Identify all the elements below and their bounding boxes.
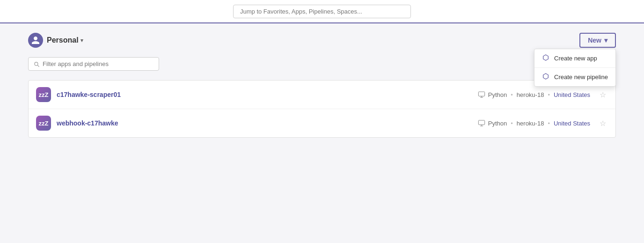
app-right-section: Python • heroku-18 • United States ☆	[478, 118, 608, 129]
separator-2: •	[548, 91, 550, 98]
user-dropdown-chevron: ▾	[80, 37, 83, 44]
separator-1: •	[511, 120, 513, 127]
app-region[interactable]: United States	[554, 91, 590, 98]
app-meta: Python	[478, 91, 507, 98]
user-label-text: Personal	[47, 36, 79, 44]
app-right-section: Python • heroku-18 • United States ☆	[478, 89, 608, 100]
user-icon	[31, 36, 40, 45]
user-avatar	[28, 33, 43, 48]
filter-input-wrapper[interactable]	[28, 57, 159, 71]
personal-label: Personal ▾	[47, 36, 83, 44]
separator-1: •	[511, 91, 513, 98]
app-meta: Python	[478, 119, 507, 127]
create-app-item[interactable]: Create new app	[534, 49, 615, 68]
create-pipeline-item[interactable]: Create new pipeline	[534, 68, 615, 86]
header-row: Personal ▾ New ▾ Create new app	[28, 33, 616, 48]
app-avatar: zzZ	[36, 87, 51, 102]
global-search-box[interactable]	[233, 5, 411, 18]
main-content: Personal ▾ New ▾ Create new app	[0, 23, 644, 243]
app-name-link[interactable]: webhook-c17hawke	[57, 119, 118, 127]
new-dropdown-menu: Create new app Create new pipeline	[534, 49, 616, 87]
language-icon	[478, 91, 485, 98]
app-stack: heroku-18	[517, 120, 544, 127]
create-app-icon	[542, 54, 549, 63]
new-button-chevron: ▾	[604, 37, 607, 44]
favorite-star-button[interactable]: ☆	[598, 118, 608, 129]
create-app-label: Create new app	[554, 55, 597, 62]
svg-rect-0	[478, 92, 484, 96]
language-icon	[478, 119, 485, 127]
table-row: zzZ c17hawke-scraper01 Python • heroku-1…	[29, 81, 615, 109]
top-bar	[0, 0, 644, 23]
app-stack: heroku-18	[517, 91, 544, 98]
new-button-label: New	[588, 37, 601, 44]
app-region[interactable]: United States	[554, 120, 590, 127]
app-language: Python	[488, 120, 507, 127]
filter-bar	[28, 57, 616, 71]
app-list: zzZ c17hawke-scraper01 Python • heroku-1…	[28, 80, 616, 138]
user-section[interactable]: Personal ▾	[28, 33, 83, 48]
separator-2: •	[548, 120, 550, 127]
app-name-link[interactable]: c17hawke-scraper01	[57, 91, 121, 98]
table-row: zzZ webhook-c17hawke Python • heroku-18 …	[29, 109, 615, 137]
global-search-input[interactable]	[240, 8, 404, 15]
new-button[interactable]: New ▾	[579, 33, 616, 48]
create-pipeline-label: Create new pipeline	[554, 74, 608, 81]
app-left-section: zzZ webhook-c17hawke	[36, 116, 118, 131]
filter-search-icon	[33, 61, 40, 67]
new-button-container: New ▾ Create new app	[579, 33, 616, 48]
create-pipeline-icon	[542, 73, 549, 81]
app-avatar: zzZ	[36, 116, 51, 131]
svg-rect-1	[478, 120, 484, 125]
favorite-star-button[interactable]: ☆	[598, 89, 608, 100]
app-left-section: zzZ c17hawke-scraper01	[36, 87, 121, 102]
app-language: Python	[488, 91, 507, 98]
filter-input[interactable]	[43, 60, 154, 67]
